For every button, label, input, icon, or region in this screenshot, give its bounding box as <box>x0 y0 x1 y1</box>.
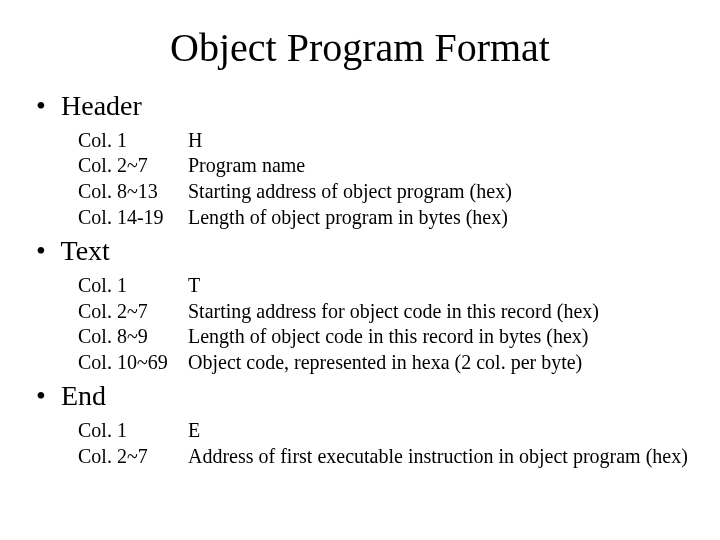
section-end: • End Col. 1 E Col. 2~7 Address of first… <box>24 381 696 469</box>
col-desc: Length of object program in bytes (hex) <box>188 205 696 231</box>
table-row: Col. 14-19 Length of object program in b… <box>78 205 696 231</box>
section-bullet: • Header <box>36 91 696 122</box>
table-row: Col. 2~7 Starting address for object cod… <box>78 299 696 325</box>
col-desc: Program name <box>188 153 696 179</box>
table-row: Col. 1 T <box>78 273 696 299</box>
col-desc: Starting address for object code in this… <box>188 299 696 325</box>
col-range: Col. 1 <box>78 273 188 299</box>
table-row: Col. 1 H <box>78 128 696 154</box>
slide-title: Object Program Format <box>24 24 696 71</box>
section-label: End <box>61 380 106 411</box>
section-header: • Header Col. 1 H Col. 2~7 Program name … <box>24 91 696 230</box>
col-desc: Length of object code in this record in … <box>188 324 696 350</box>
col-range: Col. 2~7 <box>78 444 188 470</box>
table-row: Col. 1 E <box>78 418 696 444</box>
section-rows: Col. 1 T Col. 2~7 Starting address for o… <box>78 273 696 375</box>
col-desc: T <box>188 273 696 299</box>
col-range: Col. 2~7 <box>78 299 188 325</box>
slide: Object Program Format • Header Col. 1 H … <box>0 0 720 540</box>
bullet-icon: • <box>36 236 54 267</box>
col-desc: Starting address of object program (hex) <box>188 179 696 205</box>
section-bullet: • End <box>36 381 696 412</box>
table-row: Col. 8~9 Length of object code in this r… <box>78 324 696 350</box>
col-range: Col. 8~13 <box>78 179 188 205</box>
section-label: Text <box>61 235 110 266</box>
col-range: Col. 14-19 <box>78 205 188 231</box>
section-text: • Text Col. 1 T Col. 2~7 Starting addres… <box>24 236 696 375</box>
table-row: Col. 8~13 Starting address of object pro… <box>78 179 696 205</box>
col-desc: H <box>188 128 696 154</box>
section-bullet: • Text <box>36 236 696 267</box>
bullet-icon: • <box>36 91 54 122</box>
table-row: Col. 2~7 Address of first executable ins… <box>78 444 696 470</box>
col-range: Col. 1 <box>78 418 188 444</box>
col-range: Col. 10~69 <box>78 350 188 376</box>
table-row: Col. 10~69 Object code, represented in h… <box>78 350 696 376</box>
bullet-icon: • <box>36 381 54 412</box>
col-range: Col. 2~7 <box>78 153 188 179</box>
col-desc: Address of first executable instruction … <box>188 444 696 470</box>
section-rows: Col. 1 H Col. 2~7 Program name Col. 8~13… <box>78 128 696 230</box>
col-range: Col. 8~9 <box>78 324 188 350</box>
col-desc: Object code, represented in hexa (2 col.… <box>188 350 696 376</box>
table-row: Col. 2~7 Program name <box>78 153 696 179</box>
col-range: Col. 1 <box>78 128 188 154</box>
col-desc: E <box>188 418 696 444</box>
section-label: Header <box>61 90 142 121</box>
section-rows: Col. 1 E Col. 2~7 Address of first execu… <box>78 418 696 469</box>
